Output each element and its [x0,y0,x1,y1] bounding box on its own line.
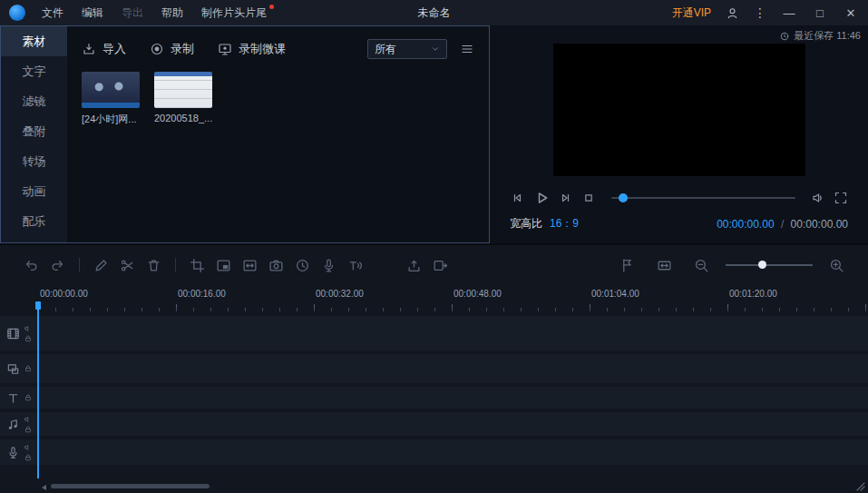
saved-clock-icon [779,31,790,42]
redo-button[interactable] [44,252,71,278]
sidebar-item-media[interactable]: 素材 [1,26,67,56]
text-to-speech-button[interactable] [342,252,368,278]
sidebar-item-overlays[interactable]: 叠附 [1,116,67,146]
text-track[interactable] [0,387,868,409]
playhead-handle[interactable] [35,301,41,310]
duration-button[interactable] [289,252,316,278]
music-track-lane[interactable] [38,412,868,436]
text-track-lane[interactable] [38,387,868,409]
edit-button[interactable] [88,252,114,278]
upload-button[interactable] [401,252,427,278]
sidebar-item-music[interactable]: 配乐 [1,206,67,236]
music-track[interactable] [0,412,868,436]
fit-timeline-button[interactable] [651,252,678,278]
aspect-ratio-value[interactable]: 16：9 [550,216,579,232]
timeline-ruler[interactable]: 00:00:00.00 00:00:16.00 00:00:32.00 00:0… [0,285,868,314]
video-preview [553,44,805,176]
mute-track-icon[interactable] [24,416,32,423]
play-button[interactable] [532,189,551,207]
resize-grip[interactable] [856,482,865,491]
media-thumbnail[interactable] [82,72,140,108]
text-to-speech-icon [347,258,363,273]
view-options-button[interactable] [460,42,474,56]
maximize-button[interactable]: □ [812,6,828,20]
ruler-label: 00:01:04.00 [591,289,639,299]
horizontal-scrollbar[interactable] [0,480,868,493]
delete-button[interactable] [141,252,167,278]
mute-track-icon[interactable] [24,444,32,451]
voiceover-button[interactable] [316,252,342,278]
fullscreen-icon [834,191,848,205]
scale-button[interactable] [237,252,263,278]
camera-icon [268,258,284,273]
undo-button[interactable] [18,252,44,278]
menu-edit[interactable]: 编辑 [73,0,112,25]
zoom-in-button[interactable] [824,252,850,278]
media-item[interactable]: [24小时]网... [82,72,140,126]
media-thumbnail[interactable] [154,72,212,108]
video-track-lane[interactable] [38,316,868,350]
menu-edit-label: 编辑 [82,6,103,19]
lock-track-icon[interactable] [24,335,32,342]
microphone-icon [321,258,336,273]
crop-button[interactable] [184,252,210,278]
seek-slider[interactable] [611,197,795,199]
snapshot-button[interactable] [263,252,289,278]
sidebar-item-transitions[interactable]: 转场 [1,146,67,176]
sidebar-item-label: 转场 [23,153,46,170]
more-menu-button[interactable]: ⋮ [754,5,766,20]
zoom-slider-handle[interactable] [758,261,766,269]
marker-button[interactable] [614,252,640,278]
import-button[interactable]: 导入 [82,41,126,57]
lock-track-icon[interactable] [24,426,32,433]
media-library-panel: 素材 文字 滤镜 叠附 转场 动画 配乐 导入 录制 [0,25,490,243]
pip-track-lane[interactable] [38,354,868,383]
media-item[interactable]: 20200518_... [154,72,212,126]
previous-frame-button[interactable] [510,191,524,205]
sidebar-item-text[interactable]: 文字 [1,56,67,86]
pip-track[interactable] [0,354,868,383]
fullscreen-button[interactable] [834,191,848,205]
playhead[interactable] [37,301,39,478]
clock-icon [295,258,310,273]
video-track[interactable] [0,316,868,350]
menu-file[interactable]: 文件 [33,0,73,25]
export-frame-icon [433,258,448,273]
overlay-button[interactable] [210,252,237,278]
next-frame-icon [559,191,573,205]
voiceover-track-lane[interactable] [38,439,868,465]
menu-help[interactable]: 帮助 [152,0,192,25]
lock-track-icon[interactable] [24,394,32,401]
stop-button[interactable] [581,191,596,205]
mute-track-icon[interactable] [24,325,32,332]
lock-track-icon[interactable] [24,454,32,461]
app-logo-icon [9,5,25,21]
scrollbar-thumb[interactable] [51,484,210,488]
sidebar-item-animation[interactable]: 动画 [1,176,67,206]
lock-track-icon[interactable] [24,365,32,372]
menu-intro-outro[interactable]: 制作片头片尾 [192,0,276,25]
export-frame-button[interactable] [427,252,454,278]
scroll-left-arrow-icon[interactable] [42,485,46,490]
timeline-tracks [0,314,868,480]
record-course-button[interactable]: 录制微课 [218,41,286,57]
voiceover-track[interactable] [0,439,868,465]
menu-help-label: 帮助 [161,6,183,19]
sidebar-item-label: 叠附 [23,123,46,140]
account-button[interactable] [726,6,739,20]
seek-handle[interactable] [619,193,628,202]
next-frame-button[interactable] [559,191,573,205]
zoom-out-button[interactable] [688,252,715,278]
vip-button[interactable]: 开通VIP [672,5,711,21]
minimize-button[interactable]: — [781,6,797,20]
sidebar-item-filters[interactable]: 滤镜 [1,86,67,116]
close-button[interactable]: ✕ [843,6,859,20]
volume-button[interactable] [811,191,825,205]
split-button[interactable] [114,252,141,278]
zoom-slider[interactable] [726,264,813,266]
record-button[interactable]: 录制 [150,41,194,57]
media-filter-select[interactable]: 所有 [367,39,447,59]
record-course-label: 录制微课 [239,41,286,57]
media-caption: [24小时]网... [82,113,140,126]
record-label: 录制 [171,41,194,57]
